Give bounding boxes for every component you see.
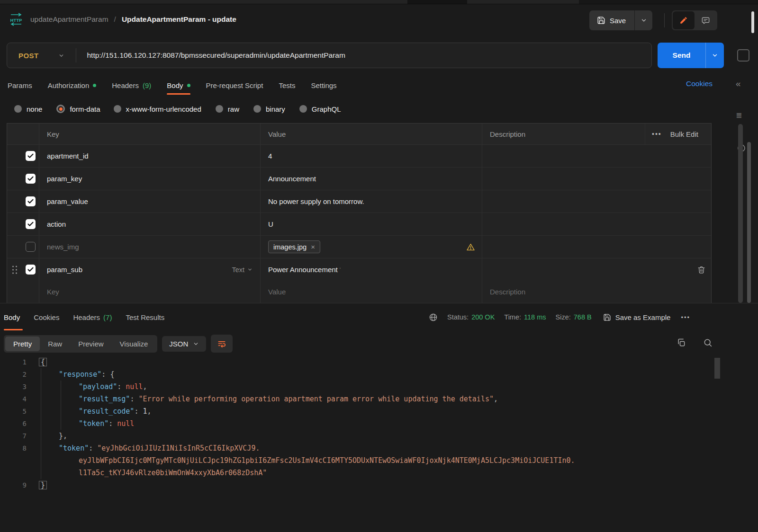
method-select[interactable]: POST bbox=[7, 52, 38, 60]
save-button[interactable]: Save bbox=[589, 10, 634, 30]
key-cell[interactable]: action bbox=[47, 220, 66, 228]
wrap-text-button[interactable] bbox=[211, 335, 233, 353]
comment-icon bbox=[701, 16, 710, 25]
description-cell[interactable] bbox=[482, 236, 645, 258]
wrap-text-icon bbox=[217, 339, 226, 348]
key-cell[interactable]: param_value bbox=[47, 197, 88, 205]
mode-x-www-form-urlencoded[interactable]: x-www-form-urlencoded bbox=[114, 105, 201, 113]
response-tabs: Body Cookies Headers(7) Test Results bbox=[4, 306, 178, 328]
response-tab-body[interactable]: Body bbox=[4, 313, 20, 321]
method-caret-icon[interactable] bbox=[58, 53, 64, 59]
value-cell[interactable]: No power supply on tomorrow. bbox=[268, 197, 364, 205]
bulk-actions-dots-icon[interactable]: ••• bbox=[652, 130, 662, 138]
value-cell[interactable]: Announcement bbox=[268, 175, 316, 183]
copy-response-button[interactable] bbox=[677, 338, 686, 347]
response-headers-count-badge: (7) bbox=[103, 313, 112, 321]
chevrons-left-icon[interactable]: « bbox=[736, 79, 741, 89]
value-type-select[interactable]: Text bbox=[232, 266, 253, 274]
send-split-button[interactable]: Send bbox=[658, 43, 724, 68]
breadcrumb-collection[interactable]: updateApartmentParam bbox=[30, 15, 108, 24]
language-select[interactable]: JSON bbox=[162, 336, 206, 352]
view-raw[interactable]: Raw bbox=[40, 337, 70, 351]
breadcrumb-request-title[interactable]: UpdateApartmentParam - update bbox=[122, 15, 236, 24]
value-cell[interactable]: Power Announcement bbox=[268, 266, 338, 274]
bulk-edit-button[interactable]: Bulk Edit bbox=[670, 130, 698, 138]
response-tab-headers[interactable]: Headers(7) bbox=[73, 313, 112, 321]
description-cell[interactable] bbox=[482, 168, 645, 190]
value-cell[interactable]: U bbox=[268, 220, 273, 228]
drag-handle-icon[interactable] bbox=[12, 266, 17, 274]
cookies-link[interactable]: Cookies bbox=[686, 80, 713, 88]
tab-body[interactable]: Body bbox=[167, 75, 190, 96]
mode-binary[interactable]: binary bbox=[253, 105, 285, 113]
tab-pre-request-script[interactable]: Pre-request Script bbox=[206, 75, 263, 96]
mode-graphql[interactable]: GraphQL bbox=[299, 105, 341, 113]
value-placeholder[interactable]: Value bbox=[268, 288, 286, 296]
key-placeholder[interactable]: Key bbox=[47, 288, 59, 296]
response-tab-cookies[interactable]: Cookies bbox=[34, 313, 59, 321]
mode-none[interactable]: none bbox=[14, 105, 42, 113]
key-cell[interactable]: news_img bbox=[47, 243, 79, 251]
send-button[interactable]: Send bbox=[658, 43, 705, 68]
tab-settings[interactable]: Settings bbox=[311, 75, 336, 96]
row-checkbox[interactable] bbox=[26, 242, 36, 252]
placeholder-row: Key Value Description bbox=[7, 281, 711, 303]
right-rail-list-icon[interactable]: ≣ bbox=[736, 111, 742, 120]
row-checkbox[interactable] bbox=[26, 151, 36, 161]
response-more-dots-icon[interactable]: ••• bbox=[681, 314, 690, 321]
send-options-caret[interactable] bbox=[705, 43, 724, 68]
row-checkbox[interactable] bbox=[26, 219, 36, 229]
row-checkbox[interactable] bbox=[26, 196, 36, 206]
tab-params[interactable]: Params bbox=[8, 75, 32, 96]
description-cell[interactable] bbox=[482, 258, 645, 281]
mode-form-data[interactable]: form-data bbox=[56, 105, 100, 113]
description-cell[interactable] bbox=[482, 213, 645, 235]
key-cell[interactable]: param_key bbox=[47, 175, 82, 183]
value-cell[interactable]: 4 bbox=[268, 152, 272, 160]
right-rail-panel-icon[interactable] bbox=[737, 49, 749, 62]
comment-button[interactable] bbox=[695, 11, 716, 29]
radio-icon bbox=[253, 105, 261, 113]
line-number: 3 bbox=[0, 381, 27, 393]
window-scrollbar-thumb[interactable] bbox=[751, 11, 754, 33]
tab-tests[interactable]: Tests bbox=[279, 75, 295, 96]
header-divider bbox=[664, 13, 665, 27]
tab-headers[interactable]: Headers(9) bbox=[112, 75, 151, 96]
edit-mode-button[interactable] bbox=[673, 11, 695, 29]
active-tab-underline bbox=[4, 329, 23, 330]
url-input[interactable]: http://151.106.120.127:8087/bpmssecured/… bbox=[87, 51, 345, 60]
tab-strip-gap-2 bbox=[579, 0, 758, 4]
globe-icon[interactable] bbox=[429, 313, 438, 322]
view-preview[interactable]: Preview bbox=[70, 337, 111, 351]
status-value[interactable]: 200 OK bbox=[471, 313, 495, 321]
key-cell[interactable]: apartment_id bbox=[47, 152, 89, 160]
search-response-button[interactable] bbox=[703, 338, 713, 347]
code-line: 1{ bbox=[0, 356, 730, 368]
description-placeholder[interactable]: Description bbox=[490, 288, 525, 296]
code-line: 7}, bbox=[0, 430, 730, 442]
time-value[interactable]: 118 ms bbox=[524, 313, 546, 321]
view-pretty[interactable]: Pretty bbox=[5, 337, 40, 351]
key-cell[interactable]: param_sub bbox=[47, 266, 82, 274]
pane-scrollbar-thumb[interactable] bbox=[738, 124, 743, 303]
edit-comment-group bbox=[672, 10, 717, 30]
main-scrollbar-thumb[interactable] bbox=[747, 142, 751, 303]
save-as-example-button[interactable]: Save as Example bbox=[603, 313, 671, 321]
view-visualize[interactable]: Visualize bbox=[112, 337, 156, 351]
response-tab-test-results[interactable]: Test Results bbox=[126, 313, 164, 321]
form-row: param_subTextPower Announcement· bbox=[7, 258, 711, 281]
save-split-button[interactable]: Save bbox=[589, 10, 652, 30]
delete-row-button[interactable] bbox=[697, 266, 705, 274]
tab-authorization[interactable]: Authorization bbox=[48, 75, 97, 96]
remove-file-icon[interactable]: × bbox=[311, 243, 315, 251]
request-tabs: Params Authorization Headers(9) Body Pre… bbox=[8, 75, 352, 96]
mode-raw[interactable]: raw bbox=[216, 105, 239, 113]
row-checkbox[interactable] bbox=[26, 174, 36, 184]
row-checkbox[interactable] bbox=[26, 265, 36, 275]
description-cell[interactable] bbox=[482, 145, 645, 167]
file-chip[interactable]: images.jpg× bbox=[268, 240, 320, 253]
size-value[interactable]: 768 B bbox=[574, 313, 592, 321]
save-options-caret[interactable] bbox=[634, 10, 652, 30]
code-scrollbar-thumb[interactable] bbox=[714, 358, 720, 379]
description-cell[interactable] bbox=[482, 190, 645, 213]
